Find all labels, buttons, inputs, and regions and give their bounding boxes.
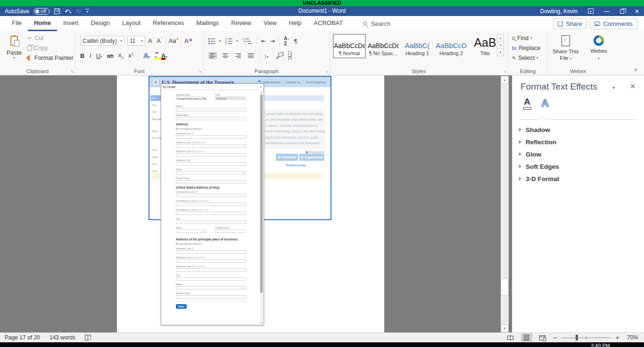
numbering-button[interactable]: 1 2 3 bbox=[225, 38, 232, 44]
clipboard-dialog-launcher[interactable]: ↘ bbox=[70, 69, 74, 74]
tab-insert[interactable]: Insert bbox=[57, 16, 85, 31]
zoom-in-button[interactable]: + bbox=[616, 334, 619, 341]
style-normal[interactable]: AaBbCcDc¶ Normal bbox=[333, 34, 366, 58]
scroll-thumb[interactable] bbox=[501, 278, 509, 296]
collapse-ribbon-icon[interactable]: ∧ bbox=[634, 67, 637, 72]
italic-button[interactable]: I bbox=[89, 52, 91, 59]
text-effects-tab[interactable]: A bbox=[539, 97, 551, 109]
read-mode-button[interactable] bbox=[505, 333, 516, 342]
line-spacing-button[interactable]: ↕▾ bbox=[264, 51, 269, 60]
user-name[interactable]: Dowling, Kevin bbox=[540, 8, 578, 15]
font-dialog-launcher[interactable]: ↘ bbox=[198, 69, 202, 74]
highlight-button[interactable]: ▾ bbox=[155, 51, 157, 60]
align-center-button[interactable] bbox=[221, 52, 230, 59]
font-color-button[interactable]: A▾ bbox=[161, 51, 167, 60]
panel-section-soft-edges[interactable]: Soft Edges bbox=[519, 160, 639, 173]
styles-dialog-launcher[interactable]: ↘ bbox=[503, 69, 506, 74]
font-size-combo[interactable]: 11 ▾ bbox=[127, 36, 145, 46]
proofing-icon[interactable] bbox=[85, 335, 91, 340]
format-painter-button[interactable]: Format Painter bbox=[27, 55, 74, 61]
zoom-out-button[interactable]: − bbox=[553, 334, 557, 341]
panel-section-3-d-format[interactable]: 3-D Format bbox=[519, 173, 639, 185]
bold-button[interactable]: B bbox=[80, 52, 84, 59]
paragraph-dialog-launcher[interactable]: ↘ bbox=[325, 69, 328, 74]
minimize-button[interactable]: — bbox=[604, 8, 610, 14]
tab-mailings[interactable]: Mailings bbox=[190, 16, 225, 31]
select-button[interactable]: ↖ Select ▾ bbox=[512, 55, 540, 61]
ribbon-display-options-icon[interactable]: ▴ bbox=[588, 8, 594, 14]
styles-scroll-down-icon[interactable]: ▾ bbox=[497, 41, 504, 49]
zoom-slider-thumb[interactable] bbox=[576, 335, 578, 340]
print-layout-button[interactable] bbox=[521, 333, 532, 342]
style-heading-1[interactable]: AaBbC(Heading 1 bbox=[401, 34, 434, 58]
shading-button[interactable]: ▾ bbox=[278, 51, 280, 60]
web-layout-button[interactable] bbox=[537, 333, 548, 342]
tab-view[interactable]: View bbox=[257, 16, 283, 31]
tab-layout[interactable]: Layout bbox=[116, 16, 147, 31]
find-button[interactable]: Find ▾ bbox=[512, 35, 540, 41]
subscript-button[interactable]: x2 bbox=[118, 51, 124, 60]
strikethrough-button[interactable]: ab bbox=[107, 52, 114, 59]
tab-home[interactable]: Home bbox=[28, 16, 57, 31]
borders-button[interactable]: ▾ bbox=[288, 51, 291, 60]
bullets-button[interactable] bbox=[208, 38, 215, 44]
increase-indent-button[interactable]: ⇥ bbox=[270, 38, 275, 44]
word-count[interactable]: 143 words bbox=[50, 334, 75, 341]
align-left-button[interactable] bbox=[208, 52, 217, 59]
tab-design[interactable]: Design bbox=[85, 16, 116, 31]
document-scrollbar[interactable]: ▲ ▼ bbox=[501, 76, 509, 332]
decrease-indent-button[interactable]: ⇤ bbox=[261, 38, 266, 44]
cut-button[interactable]: ✂ Cut bbox=[27, 35, 74, 41]
align-right-button[interactable] bbox=[234, 52, 242, 59]
style-no-spac[interactable]: AaBbCcDc¶ No Spac... bbox=[367, 34, 400, 58]
copy-button[interactable]: Copy bbox=[27, 45, 74, 51]
styles-more-icon[interactable]: ▾̲ bbox=[497, 49, 504, 56]
undo-button[interactable]: ↶▾ bbox=[65, 7, 71, 16]
restore-button[interactable] bbox=[620, 9, 624, 14]
text-fill-outline-tab[interactable]: A bbox=[521, 97, 533, 110]
multilevel-list-button[interactable]: 1 a i bbox=[242, 38, 252, 44]
sort-button[interactable]: A↓Z bbox=[284, 36, 289, 46]
panel-section-shadow[interactable]: Shadow bbox=[519, 124, 639, 136]
panel-section-glow[interactable]: Glow bbox=[519, 148, 639, 160]
redo-icon[interactable]: ↻ bbox=[76, 8, 81, 15]
justify-button[interactable] bbox=[247, 52, 255, 59]
create-modal-screenshot[interactable]: Create × RelationshipForeign Person that… bbox=[161, 83, 264, 325]
tab-references[interactable]: References bbox=[147, 16, 190, 31]
customize-qat-button[interactable]: ▾ bbox=[85, 9, 89, 14]
bullets-caret-icon[interactable]: ▾ bbox=[219, 39, 221, 43]
show-hide-paragraph-button[interactable]: ¶ bbox=[294, 38, 297, 45]
styles-scroll-up-icon[interactable]: ▴ bbox=[497, 34, 504, 42]
underline-button[interactable]: U▾ bbox=[96, 51, 102, 60]
text-effects-button[interactable]: A▾ bbox=[143, 51, 150, 60]
panel-caret-icon[interactable]: ▾ bbox=[612, 85, 615, 90]
share-this-file-button[interactable]: Share This File ▾ bbox=[553, 34, 579, 62]
paste-button[interactable]: Paste ▾ bbox=[4, 35, 25, 69]
search-box[interactable]: Search bbox=[363, 16, 390, 31]
share-button[interactable]: Share bbox=[553, 18, 587, 29]
zoom-level[interactable]: 70% bbox=[624, 334, 638, 341]
grow-font-button[interactable]: Aˆ bbox=[148, 37, 154, 44]
tab-review[interactable]: Review bbox=[225, 16, 257, 31]
style-heading-2[interactable]: AaBbCcDHeading 2 bbox=[435, 34, 468, 58]
zoom-slider[interactable] bbox=[561, 334, 611, 341]
panel-close-icon[interactable]: ✕ bbox=[630, 83, 636, 90]
comments-button[interactable]: Comments bbox=[590, 18, 637, 29]
font-family-combo[interactable]: Calibri (Body) ▾ bbox=[80, 36, 124, 46]
tab-file[interactable]: File bbox=[6, 16, 28, 31]
superscript-button[interactable]: x2 bbox=[128, 52, 133, 59]
autosave-toggle[interactable]: Off bbox=[34, 8, 50, 15]
shrink-font-button[interactable]: Aˇ bbox=[157, 37, 162, 44]
tab-acrobat[interactable]: ACROBAT bbox=[308, 16, 349, 31]
change-case-button[interactable]: Aa▾ bbox=[169, 37, 178, 44]
page-indicator[interactable]: Page 17 of 20 bbox=[5, 334, 40, 341]
panel-section-reflection[interactable]: Reflection bbox=[519, 136, 639, 148]
numbering-caret-icon[interactable]: ▾ bbox=[237, 39, 239, 43]
replace-button[interactable]: bc Replace bbox=[512, 45, 540, 51]
tab-help[interactable]: Help bbox=[283, 16, 308, 31]
clear-formatting-button[interactable]: A◆ bbox=[184, 37, 192, 44]
scroll-down-button[interactable]: ▼ bbox=[501, 324, 509, 332]
save-icon[interactable] bbox=[54, 8, 60, 14]
scroll-up-button[interactable]: ▲ bbox=[501, 76, 509, 84]
close-button[interactable]: ✕ bbox=[635, 8, 639, 14]
